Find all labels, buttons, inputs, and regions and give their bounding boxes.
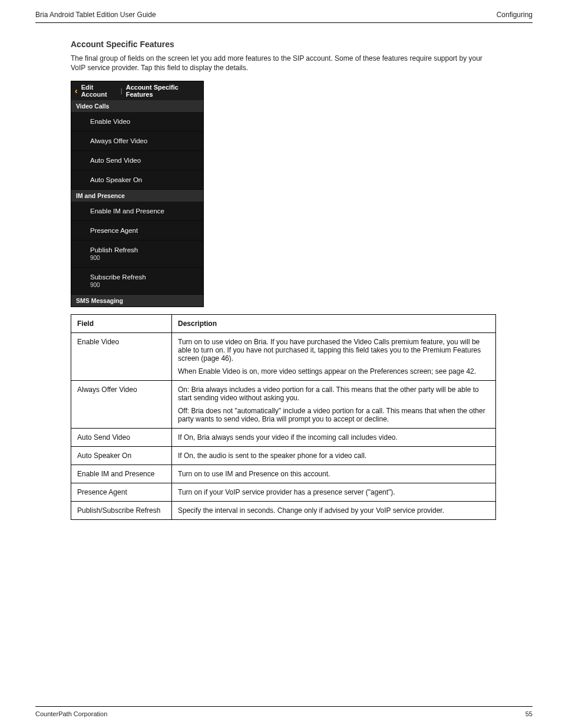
doc-title: Bria Android Tablet Edition User Guide bbox=[35, 11, 156, 19]
desc-paragraph: Turn on if your VoIP service provider ha… bbox=[178, 488, 490, 496]
setting-row-auto-speaker-on[interactable]: Auto Speaker On bbox=[71, 170, 203, 190]
field-cell: Publish/Subscribe Refresh bbox=[71, 502, 172, 520]
desc-paragraph: Turn on to use video on Bria. If you hav… bbox=[178, 338, 490, 363]
screen-title: Account Specific Features bbox=[126, 84, 200, 98]
field-cell: Auto Send Video bbox=[71, 429, 172, 447]
section-heading: Account Specific Features bbox=[71, 39, 533, 49]
field-cell: Enable Video bbox=[71, 333, 172, 381]
footer-divider bbox=[35, 706, 533, 707]
field-cell: Always Offer Video bbox=[71, 381, 172, 429]
desc-cell: Turn on to use IM and Presence on this a… bbox=[172, 465, 496, 483]
back-title[interactable]: Edit Account bbox=[81, 84, 117, 98]
desc-paragraph: Turn on to use IM and Presence on this a… bbox=[178, 470, 490, 478]
table-header-row: Field Description bbox=[71, 315, 496, 333]
table-row: Auto Send Video If On, Bria always sends… bbox=[71, 429, 496, 447]
group-header: Video Calls bbox=[71, 100, 203, 112]
group-header: SMS Messaging bbox=[71, 295, 203, 307]
group-header: IM and Presence bbox=[71, 190, 203, 202]
setting-value: 900 bbox=[90, 282, 197, 288]
setting-label: Subscribe Refresh bbox=[90, 274, 197, 281]
desc-cell: On: Bria always includes a video portion… bbox=[172, 381, 496, 429]
field-cell: Enable IM and Presence bbox=[71, 465, 172, 483]
desc-cell: If On, Bria always sends your video if t… bbox=[172, 429, 496, 447]
setting-value: 900 bbox=[90, 255, 197, 261]
doc-section: Configuring bbox=[497, 11, 533, 19]
setting-label: Enable IM and Presence bbox=[90, 207, 197, 215]
desc-paragraph: Off: Bria does not "automatically" inclu… bbox=[178, 407, 490, 423]
settings-header: ‹ Edit Account | Account Specific Featur… bbox=[71, 81, 203, 100]
table-row: Presence Agent Turn on if your VoIP serv… bbox=[71, 483, 496, 502]
field-cell: Auto Speaker On bbox=[71, 447, 172, 465]
desc-cell: Specify the interval in seconds. Change … bbox=[172, 502, 496, 520]
desc-paragraph: Specify the interval in seconds. Change … bbox=[178, 506, 490, 515]
setting-row-presence-agent[interactable]: Presence Agent bbox=[71, 221, 203, 241]
setting-row-enable-video[interactable]: Enable Video bbox=[71, 112, 203, 131]
header-divider bbox=[35, 22, 533, 23]
setting-row-publish-refresh[interactable]: Publish Refresh 900 bbox=[71, 241, 203, 268]
setting-label: Enable Video bbox=[90, 118, 197, 125]
table-row: Enable Video Turn on to use video on Bri… bbox=[71, 333, 496, 381]
page-footer: CounterPath Corporation 55 bbox=[35, 706, 533, 717]
col-field-header: Field bbox=[71, 315, 172, 333]
table-row: Auto Speaker On If On, the audio is sent… bbox=[71, 447, 496, 465]
settings-screenshot: ‹ Edit Account | Account Specific Featur… bbox=[71, 81, 204, 307]
section-intro: The final group of fields on the screen … bbox=[71, 54, 495, 73]
setting-row-auto-send-video[interactable]: Auto Send Video bbox=[71, 151, 203, 170]
setting-row-subscribe-refresh[interactable]: Subscribe Refresh 900 bbox=[71, 268, 203, 295]
table-row: Publish/Subscribe Refresh Specify the in… bbox=[71, 502, 496, 520]
setting-label: Auto Speaker On bbox=[90, 176, 197, 183]
features-table: Field Description Enable Video Turn on t… bbox=[71, 314, 496, 520]
setting-label: Auto Send Video bbox=[90, 157, 197, 164]
page-header: Bria Android Tablet Edition User Guide C… bbox=[35, 11, 533, 19]
field-cell: Presence Agent bbox=[71, 483, 172, 502]
desc-paragraph: If On, Bria always sends your video if t… bbox=[178, 433, 490, 442]
col-desc-header: Description bbox=[172, 315, 496, 333]
desc-paragraph: On: Bria always includes a video portion… bbox=[178, 386, 490, 402]
setting-label: Publish Refresh bbox=[90, 246, 197, 253]
desc-paragraph: If On, the audio is sent to the speaker … bbox=[178, 452, 490, 460]
desc-cell: If On, the audio is sent to the speaker … bbox=[172, 447, 496, 465]
table-row: Enable IM and Presence Turn on to use IM… bbox=[71, 465, 496, 483]
back-chevron-icon[interactable]: ‹ bbox=[75, 86, 78, 95]
setting-label: Presence Agent bbox=[90, 227, 197, 234]
setting-label: Always Offer Video bbox=[90, 137, 197, 144]
desc-cell: Turn on to use video on Bria. If you hav… bbox=[172, 333, 496, 381]
footer-left: CounterPath Corporation bbox=[35, 710, 107, 717]
desc-paragraph: When Enable Video is on, more video sett… bbox=[178, 367, 490, 375]
desc-cell: Turn on if your VoIP service provider ha… bbox=[172, 483, 496, 502]
setting-row-enable-im-presence[interactable]: Enable IM and Presence bbox=[71, 202, 203, 221]
table-row: Always Offer Video On: Bria always inclu… bbox=[71, 381, 496, 429]
title-separator: | bbox=[121, 87, 123, 94]
setting-row-always-offer-video[interactable]: Always Offer Video bbox=[71, 131, 203, 151]
page-number: 55 bbox=[525, 710, 533, 717]
